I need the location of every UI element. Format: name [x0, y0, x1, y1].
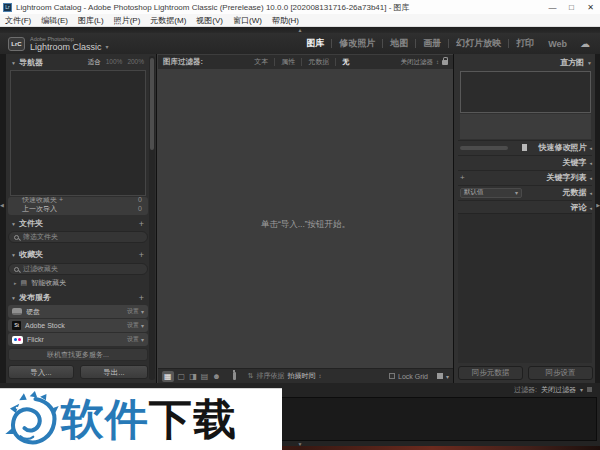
- zoom-200[interactable]: 200%: [127, 58, 144, 67]
- sync-metadata-button[interactable]: 同步元数据: [458, 366, 523, 380]
- module-library[interactable]: 图库: [299, 37, 331, 50]
- filter-preset-dropdown[interactable]: 关闭过滤器: [401, 58, 434, 67]
- smart-collections-item[interactable]: ▸ ▤ 智能收藏夹: [8, 277, 148, 289]
- left-panel-edge[interactable]: ◀: [0, 54, 6, 383]
- module-develop[interactable]: 修改照片: [332, 37, 382, 50]
- left-panel: ▼ 导航器 适合 100% 200% 快速收藏夹 + 0 上一次导入 0 ▼ 文…: [0, 54, 157, 383]
- chevron-down-icon[interactable]: ▾: [106, 43, 109, 50]
- filmstrip-filter-label: 过滤器:: [514, 385, 537, 395]
- export-button[interactable]: 导出...: [80, 365, 148, 379]
- add-publish-service-button[interactable]: +: [139, 293, 144, 303]
- publish-service-flickr[interactable]: Flickr 设置 ▾: [8, 333, 148, 346]
- grid-view-icon[interactable]: ▦: [162, 371, 174, 382]
- painter-spray-icon[interactable]: [233, 372, 236, 380]
- filter-tab-metadata[interactable]: 元数据: [302, 57, 335, 67]
- right-panel-edge[interactable]: ▶: [595, 54, 600, 383]
- module-print[interactable]: 打印: [509, 37, 541, 50]
- comments-title: 评论: [570, 202, 586, 213]
- metadata-header[interactable]: 默认值 ▾ 元数据 ◂: [458, 185, 592, 199]
- menu-view[interactable]: 视图(V): [196, 15, 223, 26]
- people-view-icon[interactable]: ☻: [212, 371, 220, 382]
- chevron-down-icon: ▾: [141, 308, 144, 315]
- survey-view-icon[interactable]: ▤: [201, 371, 209, 382]
- histogram-display: [460, 71, 591, 113]
- keywording-title: 关键字: [562, 157, 586, 168]
- grid-view-area: 单击“导入...”按钮开始。: [158, 69, 453, 368]
- collapse-left-panel-icon[interactable]: ◀: [0, 202, 4, 208]
- triangle-down-icon: ▼: [11, 252, 16, 258]
- lock-grid-checkbox[interactable]: [389, 373, 395, 379]
- comments-header[interactable]: 评论 ◂: [458, 200, 592, 214]
- catalog-list: 快速收藏夹 + 0 上一次导入 0: [8, 197, 148, 215]
- add-folder-button[interactable]: +: [139, 219, 144, 229]
- watermark-text: 软件下载: [61, 398, 237, 441]
- zoom-100[interactable]: 100%: [106, 58, 123, 67]
- left-panel-scrollbar[interactable]: [149, 56, 155, 380]
- chevron-down-icon[interactable]: ▾: [580, 386, 583, 393]
- module-slideshow[interactable]: 幻灯片放映: [449, 37, 508, 50]
- publish-services-header[interactable]: ▼ 发布服务 +: [7, 291, 148, 304]
- module-map[interactable]: 地图: [383, 37, 415, 50]
- thumbnail-size-icon[interactable]: [437, 373, 443, 379]
- add-keyword-button[interactable]: +: [460, 173, 465, 182]
- filter-tab-text[interactable]: 文本: [248, 57, 274, 67]
- zoom-fit[interactable]: 适合: [88, 58, 101, 67]
- toolbar-options-chevron-icon[interactable]: ▾: [446, 373, 449, 380]
- menu-file[interactable]: 文件(F): [5, 15, 31, 26]
- filmstrip-filter-dropdown[interactable]: 关闭过滤器: [541, 385, 576, 395]
- service-setup-button[interactable]: 设置 ▾: [127, 335, 144, 344]
- metadata-preset-dropdown[interactable]: 默认值 ▾: [460, 188, 522, 198]
- menu-metadata[interactable]: 元数据(M): [150, 15, 186, 26]
- scrollbar-thumb[interactable]: [150, 58, 154, 150]
- minimize-button[interactable]: —: [543, 3, 562, 12]
- filter-tab-attribute[interactable]: 属性: [275, 57, 301, 67]
- publish-service-adobe-stock[interactable]: St Adobe Stock 设置 ▾: [8, 319, 148, 332]
- histogram-header[interactable]: 直方图 ▼: [458, 56, 592, 69]
- maximize-button[interactable]: □: [562, 3, 581, 12]
- catalog-item-previous-import[interactable]: 上一次导入 0: [8, 204, 148, 213]
- module-book[interactable]: 画册: [416, 37, 448, 50]
- navigator-header[interactable]: ▼ 导航器 适合 100% 200%: [7, 56, 148, 69]
- collection-filter-input[interactable]: 过滤收藏夹: [8, 263, 148, 275]
- sort-value-dropdown[interactable]: 拍摄时间: [288, 371, 316, 381]
- publish-service-hard-drive[interactable]: 硬盘 设置 ▾: [8, 305, 148, 318]
- lock-icon[interactable]: [442, 60, 448, 65]
- loupe-view-icon[interactable]: ▢: [178, 371, 186, 382]
- navigator-preview: [10, 70, 146, 196]
- collections-header[interactable]: ▼ 收藏夹 +: [7, 248, 148, 261]
- sync-settings-button[interactable]: 同步设置: [528, 366, 593, 380]
- quick-develop-header[interactable]: 快速修改照片 ◂: [458, 140, 592, 154]
- folder-filter-input[interactable]: 筛选文件夹: [8, 231, 148, 243]
- quick-develop-slider[interactable]: [460, 146, 508, 150]
- add-collection-button[interactable]: +: [139, 250, 144, 260]
- compare-view-icon[interactable]: ◨: [189, 371, 197, 382]
- slider-handle[interactable]: [522, 144, 527, 151]
- triangle-left-icon: ◂: [589, 145, 592, 151]
- catalog-item-count: 0: [138, 197, 142, 203]
- service-name: Adobe Stock: [25, 322, 65, 329]
- keywording-header[interactable]: 关键字 ◂: [458, 155, 592, 169]
- menu-edit[interactable]: 编辑(E): [41, 15, 68, 26]
- cloud-sync-icon[interactable]: ☁: [580, 38, 590, 49]
- filter-tab-none[interactable]: 无: [336, 57, 355, 67]
- service-setup-button[interactable]: 设置 ▾: [127, 307, 144, 316]
- service-setup-button[interactable]: 设置 ▾: [127, 321, 144, 330]
- sort-direction-icon[interactable]: ⇅: [248, 372, 254, 380]
- collapse-right-panel-icon[interactable]: ▶: [596, 202, 600, 208]
- menu-photo[interactable]: 照片(P): [114, 15, 141, 26]
- module-web[interactable]: Web: [541, 39, 574, 49]
- menu-library[interactable]: 图库(L): [78, 15, 104, 26]
- navigator-title: 导航器: [19, 57, 43, 68]
- folders-header[interactable]: ▼ 文件夹 +: [7, 217, 148, 230]
- menu-help[interactable]: 帮助(H): [272, 15, 299, 26]
- menu-window[interactable]: 窗口(W): [233, 15, 262, 26]
- triangle-down-icon: ▼: [11, 295, 16, 301]
- import-button[interactable]: 导入...: [8, 365, 74, 379]
- catalog-item-count: 0: [138, 205, 142, 212]
- lrc-badge-icon: LrC: [8, 37, 25, 51]
- watermark-text-blue: 软件: [61, 394, 149, 444]
- find-more-services-button[interactable]: 联机查找更多服务...: [8, 348, 148, 361]
- keyword-list-header[interactable]: + 关键字列表 ◂: [458, 170, 592, 184]
- close-button[interactable]: ✕: [581, 3, 600, 12]
- filmstrip-option-icon[interactable]: [587, 387, 592, 392]
